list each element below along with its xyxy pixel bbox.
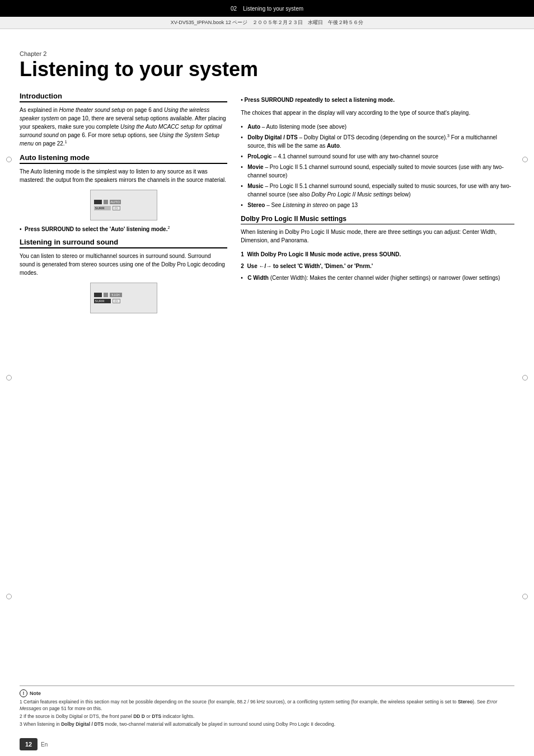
note-label: Note — [30, 690, 41, 697]
device-display-surround: 5.1CH SURR □ — [90, 283, 157, 313]
binding-mark-r2 — [522, 375, 528, 381]
auto-press-note: • Press SURROUND to select the 'Auto' li… — [20, 225, 227, 233]
main-content: Chapter 2 Listening to your system Intro… — [20, 50, 514, 711]
note-item-3: 3 When listening in Dolby Digital / DTS … — [20, 721, 514, 728]
chapter-label: Chapter 2 — [20, 50, 514, 57]
auto-listening-title: Auto listening mode — [20, 153, 227, 164]
surround-title: Listening in surround sound — [20, 238, 227, 248]
dolby-step-1: 1 With Dolby Pro Logic II Music mode act… — [241, 250, 514, 259]
bullet-stereo: Stereo – See Listening in stereo on page… — [241, 201, 514, 209]
mode-bullet-list: Auto – Auto listening mode (see above) D… — [241, 123, 514, 209]
bullet-auto: Auto – Auto listening mode (see above) — [241, 123, 514, 131]
note-header: ! Note — [20, 689, 514, 697]
binding-mark-r3 — [522, 594, 528, 599]
bullet-dolby: Dolby Digital / DTS – Dolby Digital or D… — [241, 133, 514, 150]
surround-press-note: • Press SURROUND repeatedly to select a … — [241, 96, 514, 104]
binding-mark-3 — [6, 594, 12, 599]
surround-body: You can listen to stereo or multichannel… — [20, 252, 227, 277]
page-lang: En — [41, 741, 48, 748]
introduction-title: Introduction — [20, 92, 227, 102]
binding-mark-2 — [6, 375, 12, 381]
binding-mark-1 — [6, 157, 12, 162]
auto-listening-body: The Auto listening mode is the simplest … — [20, 167, 227, 184]
left-binding — [4, 50, 13, 706]
bullet-prologic: ProLogic – 4.1 channel surround sound fo… — [241, 152, 514, 161]
page-footer: 12 En — [20, 738, 514, 750]
chapter-tab: 02 Listening to your system — [224, 3, 310, 14]
bullet-cwidth: C Width (Center Width): Makes the center… — [241, 274, 514, 282]
header-bar: 02 Listening to your system — [0, 0, 534, 17]
chapter-main-title: Listening to your system — [20, 58, 514, 81]
binding-mark-r1 — [522, 157, 528, 162]
dolby-section-title: Dolby Pro Logic II Music settings — [241, 215, 514, 224]
page-number-area: 12 En — [20, 738, 48, 750]
chapter-header-title: Listening to your system — [243, 6, 303, 12]
right-binding — [521, 50, 530, 706]
two-column-layout: Introduction As explained in Home theate… — [20, 92, 514, 318]
introduction-body: As explained in Home theater sound setup… — [20, 106, 227, 148]
dolby-step-2: 2 Use ←/→ to select 'C Width', 'Dimen.' … — [241, 262, 514, 270]
dolby-intro: When listening in Dolby Pro Logic II Mus… — [241, 228, 514, 245]
file-info: XV-DV535_IPPAN.book 12 ページ ２００５年２月２３日 水曜… — [171, 19, 363, 26]
col-left: Introduction As explained in Home theate… — [20, 92, 227, 318]
note-icon: ! — [20, 689, 27, 697]
meta-line: XV-DV535_IPPAN.book 12 ページ ２００５年２月２３日 水曜… — [0, 17, 534, 29]
note-box: ! Note 1 Certain features explained in t… — [20, 685, 514, 728]
chapter-num-badge: 02 — [231, 6, 237, 12]
bullet-music: Music – Pro Logic II 5.1 channel surroun… — [241, 182, 514, 199]
note-item-2: 2 If the source is Dolby Digital or DTS,… — [20, 713, 514, 720]
note-item-1: 1 Certain features explained in this sec… — [20, 699, 514, 712]
cwidth-bullet: C Width (Center Width): Makes the center… — [241, 274, 514, 282]
device-display-auto: AUTO SURR □ — [90, 190, 157, 220]
bullet-movie: Movie – Pro Logic II 5.1 channel surroun… — [241, 163, 514, 180]
choices-intro: The choices that appear in the display w… — [241, 109, 514, 117]
col-right: • Press SURROUND repeatedly to select a … — [241, 92, 514, 318]
page-number: 12 — [20, 738, 38, 750]
